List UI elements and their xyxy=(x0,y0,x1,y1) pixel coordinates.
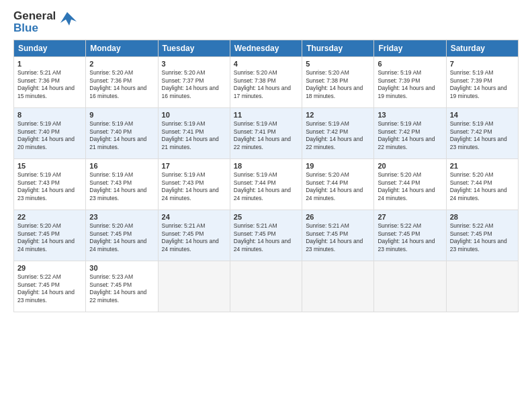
day-number: 6 xyxy=(378,60,442,68)
header-row: Sunday Monday Tuesday Wednesday Thursday… xyxy=(14,40,519,56)
day-number: 29 xyxy=(17,264,82,272)
col-tuesday: Tuesday xyxy=(158,40,230,56)
week-row-5: 29 Sunrise: 5:22 AM Sunset: 7:45 PM Dayl… xyxy=(14,261,519,312)
calendar-cell: 17 Sunrise: 5:19 AM Sunset: 7:43 PM Dayl… xyxy=(158,158,230,210)
col-sunday: Sunday xyxy=(14,40,86,56)
header: General Blue xyxy=(13,10,519,34)
week-row-1: 1 Sunrise: 5:21 AM Sunset: 7:36 PM Dayli… xyxy=(14,56,519,107)
day-number: 22 xyxy=(17,213,82,221)
calendar-cell: 21 Sunrise: 5:20 AM Sunset: 7:44 PM Dayl… xyxy=(446,158,518,210)
day-info: Sunrise: 5:21 AM Sunset: 7:45 PM Dayligh… xyxy=(306,222,370,255)
calendar-cell: 26 Sunrise: 5:21 AM Sunset: 7:45 PM Dayl… xyxy=(302,210,374,261)
calendar-cell: 20 Sunrise: 5:20 AM Sunset: 7:44 PM Dayl… xyxy=(374,158,446,210)
day-number: 30 xyxy=(89,264,154,272)
day-info: Sunrise: 5:19 AM Sunset: 7:43 PM Dayligh… xyxy=(17,171,82,203)
calendar-cell: 29 Sunrise: 5:22 AM Sunset: 7:45 PM Dayl… xyxy=(14,261,86,312)
day-info: Sunrise: 5:22 AM Sunset: 7:45 PM Dayligh… xyxy=(450,222,515,255)
day-info: Sunrise: 5:19 AM Sunset: 7:43 PM Dayligh… xyxy=(162,171,226,203)
logo-blue-text: Blue xyxy=(13,22,56,34)
day-number: 13 xyxy=(378,111,442,119)
logo-general-text: General xyxy=(13,10,56,22)
day-number: 5 xyxy=(306,60,370,68)
day-info: Sunrise: 5:20 AM Sunset: 7:36 PM Dayligh… xyxy=(89,69,154,101)
day-info: Sunrise: 5:20 AM Sunset: 7:44 PM Dayligh… xyxy=(378,171,442,203)
day-number: 23 xyxy=(89,213,154,221)
day-info: Sunrise: 5:21 AM Sunset: 7:36 PM Dayligh… xyxy=(17,69,82,101)
day-info: Sunrise: 5:19 AM Sunset: 7:42 PM Dayligh… xyxy=(306,120,370,152)
day-number: 7 xyxy=(450,60,515,68)
col-friday: Friday xyxy=(374,40,446,56)
day-info: Sunrise: 5:20 AM Sunset: 7:37 PM Dayligh… xyxy=(162,69,226,101)
col-saturday: Saturday xyxy=(446,40,518,56)
day-number: 8 xyxy=(17,111,82,119)
day-number: 18 xyxy=(234,162,298,170)
day-info: Sunrise: 5:19 AM Sunset: 7:40 PM Dayligh… xyxy=(89,120,154,152)
week-row-4: 22 Sunrise: 5:20 AM Sunset: 7:45 PM Dayl… xyxy=(14,210,519,261)
day-info: Sunrise: 5:19 AM Sunset: 7:44 PM Dayligh… xyxy=(234,171,298,203)
day-info: Sunrise: 5:20 AM Sunset: 7:38 PM Dayligh… xyxy=(234,69,298,101)
week-row-3: 15 Sunrise: 5:19 AM Sunset: 7:43 PM Dayl… xyxy=(14,158,519,210)
day-number: 16 xyxy=(89,162,154,170)
col-thursday: Thursday xyxy=(302,40,374,56)
day-number: 4 xyxy=(234,60,298,68)
day-info: Sunrise: 5:19 AM Sunset: 7:41 PM Dayligh… xyxy=(162,120,226,152)
col-wednesday: Wednesday xyxy=(230,40,302,56)
col-monday: Monday xyxy=(86,40,158,56)
day-number: 21 xyxy=(450,162,515,170)
day-info: Sunrise: 5:19 AM Sunset: 7:40 PM Dayligh… xyxy=(17,120,82,152)
calendar-cell: 7 Sunrise: 5:19 AM Sunset: 7:39 PM Dayli… xyxy=(446,56,518,107)
calendar-cell xyxy=(374,261,446,312)
day-info: Sunrise: 5:20 AM Sunset: 7:44 PM Dayligh… xyxy=(450,171,515,203)
day-number: 1 xyxy=(17,60,82,68)
day-number: 14 xyxy=(450,111,515,119)
day-number: 24 xyxy=(162,213,226,221)
calendar-cell: 24 Sunrise: 5:21 AM Sunset: 7:45 PM Dayl… xyxy=(158,210,230,261)
logo-row: General Blue xyxy=(13,10,77,34)
day-number: 9 xyxy=(89,111,154,119)
day-number: 11 xyxy=(234,111,298,119)
day-number: 15 xyxy=(17,162,82,170)
calendar-cell xyxy=(158,261,230,312)
day-info: Sunrise: 5:20 AM Sunset: 7:38 PM Dayligh… xyxy=(306,69,370,101)
day-info: Sunrise: 5:21 AM Sunset: 7:45 PM Dayligh… xyxy=(162,222,226,255)
calendar-cell: 14 Sunrise: 5:19 AM Sunset: 7:42 PM Dayl… xyxy=(446,107,518,158)
day-info: Sunrise: 5:19 AM Sunset: 7:39 PM Dayligh… xyxy=(450,69,515,101)
calendar-cell: 2 Sunrise: 5:20 AM Sunset: 7:36 PM Dayli… xyxy=(86,56,158,107)
calendar-cell xyxy=(302,261,374,312)
calendar-cell: 18 Sunrise: 5:19 AM Sunset: 7:44 PM Dayl… xyxy=(230,158,302,210)
calendar-cell: 11 Sunrise: 5:19 AM Sunset: 7:41 PM Dayl… xyxy=(230,107,302,158)
calendar-cell: 9 Sunrise: 5:19 AM Sunset: 7:40 PM Dayli… xyxy=(86,107,158,158)
day-number: 2 xyxy=(89,60,154,68)
calendar: Sunday Monday Tuesday Wednesday Thursday… xyxy=(13,40,519,312)
day-info: Sunrise: 5:20 AM Sunset: 7:45 PM Dayligh… xyxy=(89,222,154,255)
day-number: 28 xyxy=(450,213,515,221)
calendar-cell: 19 Sunrise: 5:20 AM Sunset: 7:44 PM Dayl… xyxy=(302,158,374,210)
calendar-cell: 4 Sunrise: 5:20 AM Sunset: 7:38 PM Dayli… xyxy=(230,56,302,107)
logo: General Blue xyxy=(13,10,77,34)
week-row-2: 8 Sunrise: 5:19 AM Sunset: 7:40 PM Dayli… xyxy=(14,107,519,158)
calendar-cell: 6 Sunrise: 5:19 AM Sunset: 7:39 PM Dayli… xyxy=(374,56,446,107)
calendar-cell: 8 Sunrise: 5:19 AM Sunset: 7:40 PM Dayli… xyxy=(14,107,86,158)
calendar-cell: 25 Sunrise: 5:21 AM Sunset: 7:45 PM Dayl… xyxy=(230,210,302,261)
calendar-cell xyxy=(230,261,302,312)
day-number: 12 xyxy=(306,111,370,119)
day-info: Sunrise: 5:22 AM Sunset: 7:45 PM Dayligh… xyxy=(378,222,442,255)
calendar-cell: 22 Sunrise: 5:20 AM Sunset: 7:45 PM Dayl… xyxy=(14,210,86,261)
calendar-cell: 5 Sunrise: 5:20 AM Sunset: 7:38 PM Dayli… xyxy=(302,56,374,107)
day-info: Sunrise: 5:19 AM Sunset: 7:42 PM Dayligh… xyxy=(378,120,442,152)
day-info: Sunrise: 5:19 AM Sunset: 7:39 PM Dayligh… xyxy=(378,69,442,101)
day-number: 19 xyxy=(306,162,370,170)
day-number: 20 xyxy=(378,162,442,170)
day-number: 25 xyxy=(234,213,298,221)
calendar-cell xyxy=(446,261,518,312)
calendar-cell: 28 Sunrise: 5:22 AM Sunset: 7:45 PM Dayl… xyxy=(446,210,518,261)
calendar-cell: 1 Sunrise: 5:21 AM Sunset: 7:36 PM Dayli… xyxy=(14,56,86,107)
page: General Blue Sunday Monday Tuesday Wedne… xyxy=(0,0,532,411)
day-info: Sunrise: 5:21 AM Sunset: 7:45 PM Dayligh… xyxy=(234,222,298,255)
day-number: 10 xyxy=(162,111,226,119)
day-info: Sunrise: 5:19 AM Sunset: 7:42 PM Dayligh… xyxy=(450,120,515,152)
calendar-cell: 27 Sunrise: 5:22 AM Sunset: 7:45 PM Dayl… xyxy=(374,210,446,261)
calendar-cell: 13 Sunrise: 5:19 AM Sunset: 7:42 PM Dayl… xyxy=(374,107,446,158)
day-info: Sunrise: 5:19 AM Sunset: 7:41 PM Dayligh… xyxy=(234,120,298,152)
logo-bird-icon xyxy=(58,11,77,30)
